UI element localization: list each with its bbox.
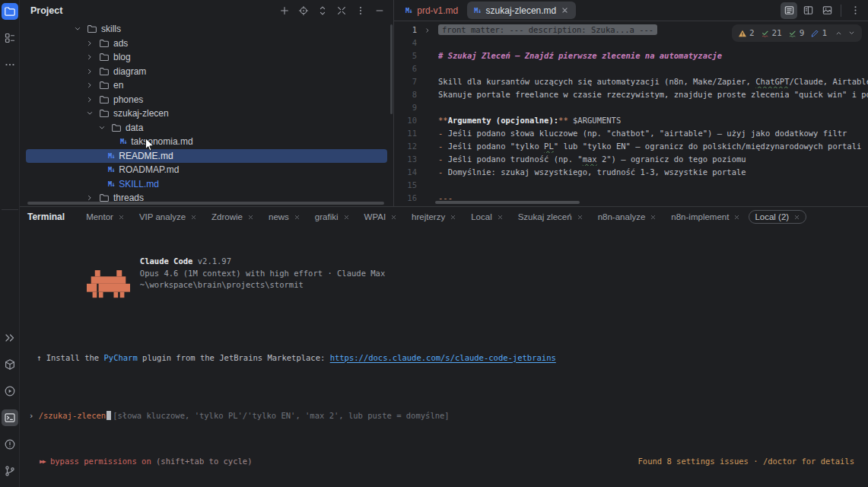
tree-item-taksonomia.md[interactable]: M↓taksonomia.md bbox=[20, 135, 393, 149]
tree-item-ROADMAP.md[interactable]: M↓ROADMAP.md bbox=[20, 163, 393, 177]
activity-version-control-button[interactable] bbox=[2, 463, 18, 479]
preview-only-button[interactable] bbox=[819, 2, 835, 19]
settings-issues-notice[interactable]: Found 8 settings issues · /doctor for de… bbox=[638, 456, 854, 468]
line-number: 6 bbox=[394, 62, 417, 75]
tree-item-README.md[interactable]: M↓README.md bbox=[20, 149, 393, 164]
line-number: 13 bbox=[394, 153, 417, 166]
terminal-tab-Local[interactable]: Local bbox=[465, 210, 510, 224]
terminal-tab-n8n-implement[interactable]: n8n-implement bbox=[665, 210, 746, 224]
activity-quick-access-button[interactable] bbox=[2, 329, 18, 346]
close-icon[interactable] bbox=[497, 214, 504, 221]
options-button[interactable] bbox=[353, 3, 368, 18]
folded-region[interactable]: front matter: --- description: Szuka...a… bbox=[438, 24, 657, 35]
terminal-tab-Local (2)[interactable]: Local (2) bbox=[749, 210, 806, 224]
close-icon[interactable] bbox=[577, 214, 583, 221]
close-icon[interactable] bbox=[294, 214, 300, 221]
text-cursor bbox=[107, 411, 111, 420]
close-icon[interactable] bbox=[118, 214, 125, 221]
split-view-button[interactable] bbox=[800, 2, 816, 19]
options-button[interactable] bbox=[847, 2, 863, 19]
inspection-warning[interactable]: 2 bbox=[738, 27, 755, 40]
project-vertical-scrollbar[interactable] bbox=[390, 24, 393, 114]
chevron-up-icon[interactable] bbox=[835, 29, 843, 37]
fold-chevron-icon[interactable] bbox=[417, 27, 438, 34]
activity-problems-button[interactable] bbox=[2, 436, 18, 453]
terminal-tab-WPAI[interactable]: WPAI bbox=[358, 210, 404, 224]
activity-build-button[interactable] bbox=[2, 356, 18, 373]
code-segment: " lub "tylko EN" — ogranicz do polskich/… bbox=[554, 142, 862, 151]
new-button[interactable] bbox=[277, 3, 292, 18]
terminal-tab-VIP analyze[interactable]: VIP analyze bbox=[133, 210, 203, 224]
close-icon[interactable] bbox=[793, 214, 800, 221]
editor[interactable]: 1front matter: --- description: Szuka...… bbox=[394, 21, 868, 206]
editor-tab-prd-v1.md[interactable]: M↓prd-v1.md bbox=[399, 2, 465, 19]
chevron-right-icon bbox=[85, 53, 95, 62]
claude-code-version: v2.1.97 bbox=[198, 256, 231, 266]
code-line-15: 15 bbox=[394, 179, 868, 192]
terminal-tab-label: Local (2) bbox=[755, 212, 789, 221]
package-icon bbox=[4, 358, 16, 371]
tree-item-szukaj-zlecen[interactable]: szukaj-zlecen bbox=[20, 107, 393, 121]
tree-item-blog[interactable]: blog bbox=[20, 50, 393, 65]
activity-commit-button[interactable] bbox=[2, 30, 18, 46]
prompt-line[interactable]: › /szukaj-zlecen[słowa kluczowe, 'tylko … bbox=[29, 410, 856, 422]
inspection-count: 21 bbox=[772, 27, 782, 40]
terminal-tab-Szukaj zleceń[interactable]: Szukaj zleceń bbox=[512, 210, 590, 224]
project-tool-window: Project skillsadsblogdiagramenphonesszuk… bbox=[20, 0, 394, 206]
tree-item-skills[interactable]: skills bbox=[20, 22, 393, 37]
terminal-status-line: ▶▶ bypass permissions on (shift+tab to c… bbox=[29, 456, 856, 468]
terminal-tab-news[interactable]: news bbox=[262, 210, 307, 224]
activity-terminal-button[interactable] bbox=[2, 409, 18, 426]
tree-item-ads[interactable]: ads bbox=[20, 37, 393, 51]
tree-item-diagram[interactable]: diagram bbox=[20, 65, 393, 79]
close-icon[interactable] bbox=[390, 214, 397, 221]
close-icon[interactable] bbox=[190, 214, 197, 221]
tree-item-label: ROADMAP.md bbox=[119, 164, 179, 175]
tree-item-SKILL.md[interactable]: M↓SKILL.md bbox=[20, 177, 393, 192]
inspection-edit[interactable]: 1 bbox=[810, 27, 827, 40]
markdown-icon: M↓ bbox=[405, 7, 412, 14]
editor-only-button[interactable] bbox=[781, 2, 797, 19]
close-icon[interactable] bbox=[650, 214, 657, 221]
editor-horizontal-scrollbar[interactable] bbox=[435, 201, 580, 204]
project-horizontal-scrollbar[interactable] bbox=[27, 202, 384, 205]
tree-item-data[interactable]: data bbox=[20, 121, 393, 135]
more-h-icon bbox=[4, 59, 16, 71]
bypass-permissions-label: bypass permissions on bbox=[46, 457, 156, 466]
inspection-typo[interactable]: 21 bbox=[761, 27, 782, 40]
tree-item-phones[interactable]: phones bbox=[20, 93, 393, 107]
activity-project-button[interactable] bbox=[2, 3, 18, 20]
inspections-widget[interactable]: 22191 bbox=[732, 24, 862, 42]
terminal-tab-Mentor[interactable]: Mentor bbox=[80, 210, 131, 224]
inspection-grammar[interactable]: 9 bbox=[788, 27, 805, 40]
folder-icon bbox=[99, 38, 110, 49]
code-text: Skill dla kursantów uczących się automat… bbox=[438, 75, 868, 88]
close-icon[interactable] bbox=[343, 214, 350, 221]
code-segment: ** bbox=[558, 116, 568, 125]
terminal-tab-Zdrowie[interactable]: Zdrowie bbox=[205, 210, 260, 224]
activity-services-button[interactable] bbox=[2, 383, 18, 399]
tree-item-en[interactable]: en bbox=[20, 78, 393, 93]
expand-button[interactable] bbox=[315, 3, 330, 18]
activity-more-tools-button[interactable] bbox=[2, 56, 18, 73]
bypass-permissions-status[interactable]: ▶▶ bypass permissions on (shift+tab to c… bbox=[40, 456, 252, 468]
close-icon[interactable] bbox=[561, 6, 569, 14]
activity-bar-bottom bbox=[2, 329, 18, 479]
line-number: 14 bbox=[394, 166, 417, 179]
collapse-all-button[interactable] bbox=[334, 3, 349, 18]
code-text: - Jeśli podano słowa kluczowe (np. "chat… bbox=[438, 127, 868, 140]
chevron-down-icon[interactable] bbox=[847, 29, 856, 37]
close-icon[interactable] bbox=[450, 214, 456, 221]
terminal-tab-hrejterzy[interactable]: hrejterzy bbox=[405, 210, 463, 224]
marketplace-link[interactable]: https://docs.claude.com/s/claude-code-je… bbox=[330, 353, 556, 362]
hide-button[interactable] bbox=[372, 3, 387, 18]
close-icon[interactable] bbox=[247, 214, 254, 221]
terminal-tab-grafiki[interactable]: grafiki bbox=[309, 210, 356, 224]
terminal-tab-n8n-analyze[interactable]: n8n-analyze bbox=[592, 210, 663, 224]
editor-tab-szukaj-zlecen.md[interactable]: M↓szukaj-zlecen.md bbox=[467, 2, 576, 19]
close-icon[interactable] bbox=[733, 214, 740, 221]
install-hint-line: ↑ Install the PyCharm plugin from the Je… bbox=[29, 352, 856, 364]
terminal-content[interactable]: Claude Code v2.1.97 Opus 4.6 (1M context… bbox=[20, 227, 868, 487]
locate-file-button[interactable] bbox=[296, 3, 311, 18]
tree-item-label: README.md bbox=[119, 151, 173, 161]
